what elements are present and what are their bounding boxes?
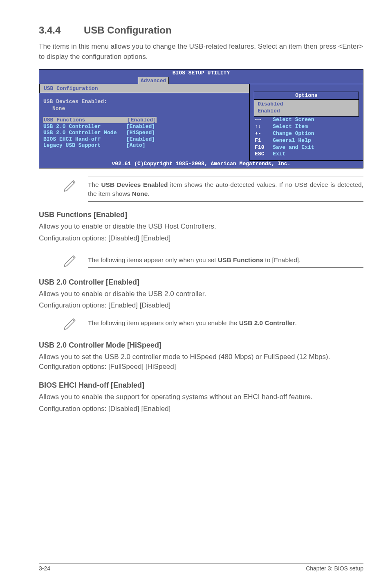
keyhelp-row: ↑↓Select Item (255, 123, 358, 130)
bios-titlebar: BIOS SETUP UTILITY Advanced (39, 70, 363, 84)
option-item: Enabled (258, 108, 355, 115)
footer-chapter: Chapter 3: BIOS setup (306, 565, 363, 572)
bios-setting-row: USB 2.0 Controller [Enabled] (43, 123, 245, 130)
section-title: USB Configuration (84, 25, 172, 36)
section-intro: The items in this menu allows you to cha… (39, 42, 363, 62)
bios-body: USB Configuration USB Devices Enabled: N… (39, 84, 363, 161)
footer-page-number: 3-24 (39, 565, 50, 572)
sub-para: Configuration options: [Enabled] [Disabl… (39, 301, 363, 311)
page-footer: 3-24 Chapter 3: BIOS setup (39, 563, 363, 572)
keyhelp-row: +- Change Option (255, 130, 358, 137)
section-number: 3.4.4 (39, 25, 84, 36)
bios-setting-row: BIOS EHCI Hand-off [Enabled] (43, 136, 245, 143)
key-help: ←→Select Screen↑↓Select Item+- Change Op… (250, 117, 363, 160)
note-text: The USB Devices Enabled item shows the a… (88, 177, 363, 202)
note-callout: The following item appears only when you… (62, 315, 363, 332)
sub-para: Allows you to set the USB 2.0 controller… (39, 352, 363, 372)
devices-enabled-value: None (43, 105, 245, 112)
bios-setting-row: USB Functions [Enabled] (43, 117, 245, 123)
bios-copyright: v02.61 (C)Copyright 1985-2008, American … (39, 160, 363, 168)
bios-right-pane: Options DisabledEnabled ←→Select Screen↑… (250, 84, 363, 160)
bios-setting-row: Legacy USB Support [Auto] (43, 142, 245, 149)
sub-heading: USB 2.0 Controller [Enabled] (39, 278, 363, 287)
note-text: The following item appears only when you… (88, 315, 363, 331)
bios-title: BIOS SETUP UTILITY (39, 70, 363, 76)
sub-para: Configuration options: [Disabled] [Enabl… (39, 233, 363, 244)
devices-enabled-label: USB Devices Enabled: (43, 99, 245, 105)
note-callout: The USB Devices Enabled item shows the a… (62, 177, 363, 202)
keyhelp-row: ESCExit (255, 151, 358, 158)
sub-heading: BIOS EHCI Hand-off [Enabled] (39, 381, 363, 390)
keyhelp-row: F10Save and Exit (255, 144, 358, 151)
sub-heading: USB 2.0 Controller Mode [HiSpeed] (39, 341, 363, 350)
sub-para: Configuration options: [Disabled] [Enabl… (39, 404, 363, 414)
options-list: DisabledEnabled (254, 100, 359, 116)
pencil-icon (62, 315, 79, 332)
keyhelp-row: F1General Help (255, 137, 358, 144)
bios-rows: USB Functions [Enabled]USB 2.0 Controlle… (43, 117, 245, 149)
bios-tab-advanced: Advanced (138, 77, 169, 85)
sub-heading: USB Functions [Enabled] (39, 211, 363, 219)
note-text: The following items appear only when you… (88, 252, 363, 268)
sub-para: Allows you to enable or disable the USB … (39, 289, 363, 299)
bios-setting-row: USB 2.0 Controller Mode [HiSpeed] (43, 130, 245, 136)
keyhelp-row: ←→Select Screen (255, 117, 358, 123)
option-item: Disabled (258, 101, 355, 108)
bios-screenshot: BIOS SETUP UTILITY Advanced USB Configur… (39, 69, 363, 168)
options-box: Options DisabledEnabled (254, 92, 359, 117)
section-heading: 3.4.4USB Configuration (39, 25, 363, 36)
sub-para: Allows you to enable the support for ope… (39, 392, 363, 402)
bios-subtitle: USB Configuration (39, 84, 249, 93)
options-title: Options (254, 92, 359, 100)
note-callout: The following items appear only when you… (62, 252, 363, 269)
pencil-icon (62, 177, 79, 194)
sub-para: Allows you to enable or disable the USB … (39, 222, 363, 232)
bios-left-pane: USB Configuration USB Devices Enabled: N… (39, 84, 250, 161)
pencil-icon (62, 252, 79, 269)
